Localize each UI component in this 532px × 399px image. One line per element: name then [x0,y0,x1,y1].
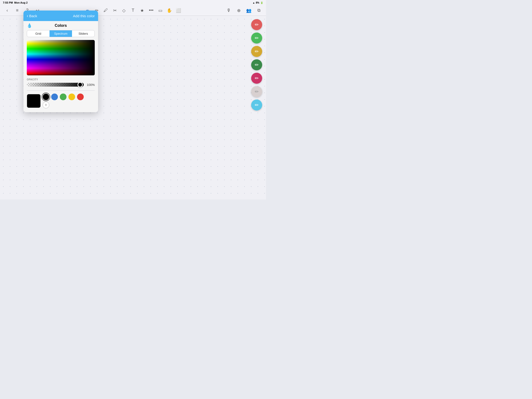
tab-sliders[interactable]: Sliders [72,30,95,37]
battery-level: 8% [256,1,259,4]
back-button[interactable]: ‹ Back [27,13,37,19]
popup-arrow [45,11,50,13]
right-toolbar: ✏ ✏ ✏ ✏ ✏ ✏ ✏ [251,19,262,111]
menu-icon[interactable]: ≡ [14,7,21,14]
status-date: Mon Aug 2 [14,1,28,4]
swatch-yellow[interactable] [68,94,75,100]
eyedropper-icon[interactable]: 💧 [27,23,32,28]
divider [27,90,95,91]
opacity-label: OPACITY [27,78,95,81]
swatches-inner: + [43,94,84,108]
star-icon[interactable]: ★ [139,7,146,14]
pink-pen-btn[interactable]: ✏ [251,73,262,84]
marker-icon[interactable]: 🖊 [102,7,109,14]
swatch-green[interactable] [60,94,66,100]
dark-green-pen-btn[interactable]: ✏ [251,59,262,70]
back-label: Back [29,14,37,18]
tab-grid[interactable]: Grid [27,30,50,37]
title-row: 💧 Colors [27,23,95,28]
spectrum-picker[interactable] [27,40,95,75]
add-swatch-button[interactable]: + [43,102,49,108]
scissors-icon[interactable]: ✂ [111,7,118,14]
opacity-value: 100% [86,83,95,87]
status-bar: 7:55 PM Mon Aug 2 ▲ 8% 🔋 [0,0,266,5]
opacity-row: 100% [27,82,95,88]
dot-icon[interactable]: ••• [148,7,155,14]
ruler-icon[interactable]: ▭ [157,7,164,14]
mic-icon[interactable]: 🎙 [225,7,232,14]
swatch-red[interactable] [77,94,84,100]
red-pen-btn[interactable]: ✏ [251,19,262,30]
spectrum-gradient [27,40,95,75]
insert-icon[interactable]: ⊕ [235,7,242,14]
swatches-line-1 [43,94,84,100]
color-picker-popup: ‹ Back Add this color 💧 Colors Grid Spec… [23,11,98,112]
tab-bar: Grid Spectrum Sliders [27,30,95,37]
layers-icon[interactable]: ⧉ [255,7,262,14]
popup-title: Colors [55,23,67,28]
opacity-slider[interactable] [27,82,84,88]
wifi-icon: ▲ [253,1,255,4]
current-color-preview [27,94,41,108]
swatch-black[interactable] [43,94,49,100]
tab-spectrum[interactable]: Spectrum [50,30,72,37]
hand-icon[interactable]: ✋ [166,7,173,14]
status-time: 7:55 PM [3,1,13,4]
green-pen-btn[interactable]: ✏ [251,32,262,44]
back-icon[interactable]: ‹ [4,7,11,14]
blue-pen-btn[interactable]: ✏ [251,100,262,111]
opacity-track [27,83,84,87]
swatches-line-2: + [43,102,84,108]
text-icon[interactable]: T [130,7,136,14]
battery-icon: 🔋 [260,1,263,4]
back-chevron-icon: ‹ [27,13,28,19]
swatches-row: + [27,94,95,108]
swatch-blue[interactable] [51,94,58,100]
yellow-pen-btn[interactable]: ✏ [251,46,262,57]
eraser-icon[interactable]: ◇ [120,7,127,14]
users-icon[interactable]: 👥 [245,7,252,14]
image-icon[interactable]: ⬜ [175,7,182,14]
popup-header: ‹ Back Add this color [23,11,98,21]
add-color-button[interactable]: Add this color [73,14,95,18]
light-pen-btn[interactable]: ✏ [251,86,262,97]
opacity-thumb[interactable] [77,82,83,87]
popup-body: 💧 Colors Grid Spectrum Sliders OPACITY 1… [23,21,98,112]
